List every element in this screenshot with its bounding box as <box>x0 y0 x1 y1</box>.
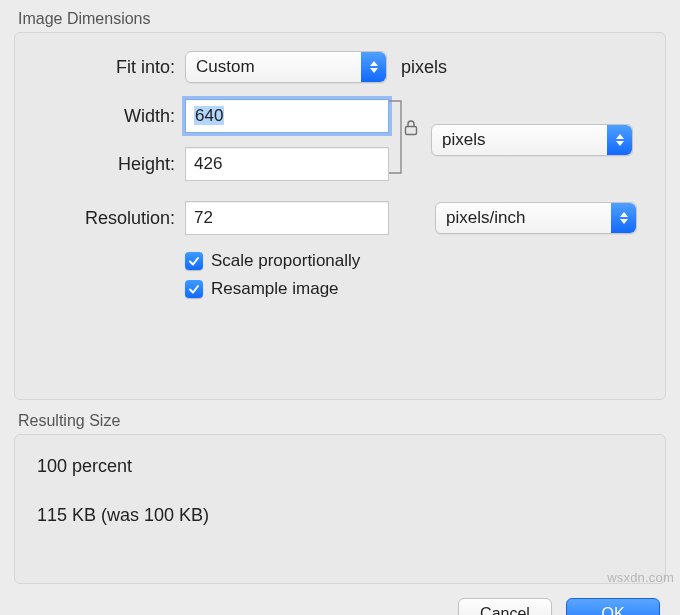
scale-proportionally-checkbox[interactable] <box>185 252 203 270</box>
image-dimensions-group: Fit into: Custom pixels Width: 640 Heigh… <box>14 32 666 400</box>
size-unit-value: pixels <box>432 130 607 150</box>
fit-into-label: Fit into: <box>37 57 185 78</box>
fit-into-unit: pixels <box>401 57 447 78</box>
select-arrows-icon <box>361 52 386 82</box>
resulting-size-title: Resulting Size <box>18 412 666 430</box>
cancel-button[interactable]: Cancel <box>458 598 552 615</box>
width-input[interactable]: 640 <box>185 99 389 133</box>
checkmark-icon <box>188 283 200 295</box>
width-value: 640 <box>194 106 224 125</box>
watermark: wsxdn.com <box>607 570 674 585</box>
resolution-unit-select[interactable]: pixels/inch <box>435 202 637 234</box>
fit-into-select[interactable]: Custom <box>185 51 387 83</box>
scale-proportionally-label: Scale proportionally <box>211 251 360 271</box>
resolution-label: Resolution: <box>37 208 185 229</box>
height-label: Height: <box>37 154 185 175</box>
button-bar: Cancel OK <box>0 584 680 615</box>
resulting-size-group: 100 percent 115 KB (was 100 KB) <box>14 434 666 584</box>
height-input[interactable]: 426 <box>185 147 389 181</box>
dimension-lock-bracket <box>385 99 421 169</box>
result-filesize: 115 KB (was 100 KB) <box>37 502 643 529</box>
checkmark-icon <box>188 255 200 267</box>
select-arrows-icon <box>611 203 636 233</box>
cancel-button-label: Cancel <box>480 605 530 615</box>
fit-into-value: Custom <box>186 57 361 77</box>
select-arrows-icon <box>607 125 632 155</box>
resample-image-label: Resample image <box>211 279 339 299</box>
result-percent: 100 percent <box>37 453 643 480</box>
image-dimensions-title: Image Dimensions <box>18 10 666 28</box>
resolution-unit-value: pixels/inch <box>436 208 611 228</box>
width-label: Width: <box>37 106 185 127</box>
resolution-input[interactable]: 72 <box>185 201 389 235</box>
ok-button[interactable]: OK <box>566 598 660 615</box>
size-unit-select[interactable]: pixels <box>431 124 633 156</box>
resample-image-checkbox[interactable] <box>185 280 203 298</box>
ok-button-label: OK <box>601 605 624 615</box>
resolution-value: 72 <box>194 208 213 227</box>
svg-rect-0 <box>406 127 417 135</box>
height-value: 426 <box>194 154 222 173</box>
